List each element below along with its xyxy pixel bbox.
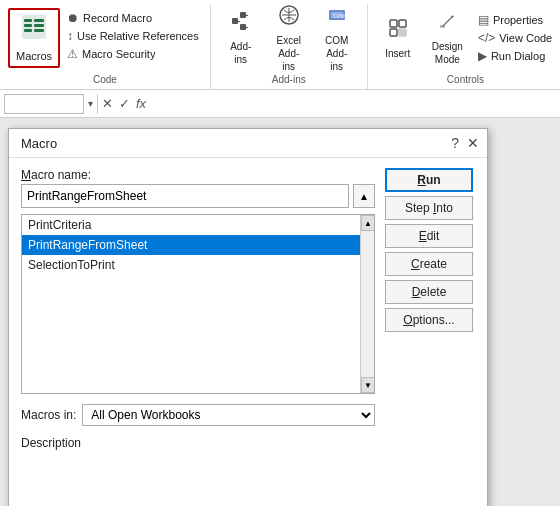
com-addins-icon: COM bbox=[326, 4, 348, 32]
svg-rect-17 bbox=[390, 20, 397, 27]
code-group-label: Code bbox=[93, 74, 117, 89]
scrollbar-up-arrow[interactable]: ▲ bbox=[361, 215, 375, 231]
macros-button[interactable]: Macros bbox=[8, 8, 60, 68]
dialog-body: Macro name: ▲ PrintCriteria PrintRangeFr… bbox=[9, 158, 487, 504]
chevron-icon[interactable]: ▾ bbox=[88, 98, 93, 109]
dialog-title-actions: ? ✕ bbox=[451, 135, 479, 151]
delete-button[interactable]: Delete bbox=[385, 280, 473, 304]
design-mode-icon bbox=[436, 10, 458, 38]
addins-group-label: Add-ins bbox=[272, 74, 306, 89]
relative-icon: ↕ bbox=[67, 29, 73, 43]
macros-label: Macros bbox=[16, 50, 52, 63]
svg-rect-11 bbox=[246, 15, 248, 16]
description-textarea[interactable] bbox=[21, 453, 375, 491]
svg-rect-19 bbox=[390, 29, 397, 36]
formula-bar: ▾ ✕ ✓ fx bbox=[0, 90, 560, 118]
svg-rect-9 bbox=[240, 24, 246, 30]
excel-addins-icon bbox=[278, 4, 300, 32]
svg-rect-21 bbox=[440, 25, 445, 28]
controls-group-label: Controls bbox=[447, 74, 484, 89]
formula-input[interactable] bbox=[150, 97, 556, 111]
run-dialog-btn[interactable]: ▶ Run Dialog bbox=[475, 48, 555, 64]
run-dialog-label: Run Dialog bbox=[491, 50, 545, 62]
main-area: Macro ? ✕ Macro name: ▲ bbox=[0, 118, 560, 506]
addins-btn[interactable]: Add-ins bbox=[219, 8, 263, 68]
design-mode-label: DesignMode bbox=[432, 40, 463, 66]
svg-rect-2 bbox=[24, 24, 32, 27]
properties-label: Properties bbox=[493, 14, 543, 26]
view-code-btn[interactable]: </> View Code bbox=[475, 30, 555, 46]
dialog-close-btn[interactable]: ✕ bbox=[467, 135, 479, 151]
ribbon-group-code: Macros ⏺ Record Macro ↕ Use Relative Ref… bbox=[0, 4, 211, 89]
svg-rect-7 bbox=[232, 18, 238, 24]
create-label: Create bbox=[411, 257, 447, 271]
macro-name-row: ▲ bbox=[21, 184, 375, 208]
ribbon: Macros ⏺ Record Macro ↕ Use Relative Ref… bbox=[0, 0, 560, 90]
step-into-button[interactable]: Step Into bbox=[385, 196, 473, 220]
record-macro-label: Record Macro bbox=[83, 12, 152, 24]
relative-references-btn[interactable]: ↕ Use Relative References bbox=[64, 28, 202, 44]
macro-name-label: Macro name: bbox=[21, 168, 375, 182]
create-button[interactable]: Create bbox=[385, 252, 473, 276]
properties-icon: ▤ bbox=[478, 13, 489, 27]
macro-security-btn[interactable]: ⚠ Macro Security bbox=[64, 46, 202, 62]
dialog-right: Run Step Into Edit Create Delete Options… bbox=[385, 168, 475, 494]
edit-button[interactable]: Edit bbox=[385, 224, 473, 248]
addins-icon bbox=[230, 10, 252, 38]
excel-addins-btn[interactable]: ExcelAdd-ins bbox=[267, 8, 311, 68]
svg-rect-3 bbox=[24, 29, 32, 32]
relative-references-label: Use Relative References bbox=[77, 30, 199, 42]
ribbon-group-addins: Add-ins ExcelAdd-ins bbox=[211, 4, 368, 89]
com-addins-label: COMAdd-ins bbox=[323, 34, 351, 73]
scrollbar-track[interactable] bbox=[361, 231, 374, 377]
view-code-icon: </> bbox=[478, 31, 495, 45]
macro-name-scroll-btn[interactable]: ▲ bbox=[353, 184, 375, 208]
macro-list-item-selected[interactable]: PrintRangeFromSheet bbox=[22, 235, 374, 255]
svg-rect-6 bbox=[34, 29, 44, 32]
formula-bar-btns: ✕ ✓ fx bbox=[102, 96, 146, 111]
description-label: Description bbox=[21, 436, 375, 450]
svg-rect-18 bbox=[399, 20, 406, 27]
svg-rect-4 bbox=[34, 19, 44, 22]
controls-small-btns: ▤ Properties </> View Code ▶ Run Dialog bbox=[475, 8, 555, 64]
scrollbar-down-arrow[interactable]: ▼ bbox=[361, 377, 375, 393]
name-box[interactable] bbox=[4, 94, 84, 114]
macro-dialog: Macro ? ✕ Macro name: ▲ bbox=[8, 128, 488, 506]
macro-name-label-text: Macro name: bbox=[21, 168, 91, 182]
options-button[interactable]: Options... bbox=[385, 308, 473, 332]
ribbon-group-controls: Insert DesignMode ▤ Proper bbox=[368, 4, 560, 89]
svg-rect-10 bbox=[238, 21, 240, 22]
macros-in-select[interactable]: All Open Workbooks This Workbook bbox=[82, 404, 375, 426]
record-macro-btn[interactable]: ⏺ Record Macro bbox=[64, 10, 202, 26]
macro-list[interactable]: PrintCriteria PrintRangeFromSheet Select… bbox=[21, 214, 375, 394]
macro-name-input[interactable] bbox=[21, 184, 349, 208]
svg-rect-1 bbox=[24, 19, 32, 22]
insert-btn[interactable]: Insert bbox=[376, 8, 420, 68]
formula-cancel-btn[interactable]: ✕ bbox=[102, 96, 113, 111]
macro-list-item[interactable]: PrintCriteria bbox=[22, 215, 374, 235]
macros-in-label: Macros in: bbox=[21, 408, 76, 422]
properties-btn[interactable]: ▤ Properties bbox=[475, 12, 555, 28]
macro-list-item[interactable]: SelectionToPrint bbox=[22, 255, 374, 275]
insert-icon bbox=[387, 17, 409, 45]
record-icon: ⏺ bbox=[67, 11, 79, 25]
run-button[interactable]: Run bbox=[385, 168, 473, 192]
dialog-titlebar: Macro ? ✕ bbox=[9, 129, 487, 158]
macro-list-scrollbar[interactable]: ▲ ▼ bbox=[360, 215, 374, 393]
run-dialog-icon: ▶ bbox=[478, 49, 487, 63]
svg-text:COM: COM bbox=[333, 13, 345, 19]
dialog-title: Macro bbox=[21, 136, 57, 151]
dialog-help-btn[interactable]: ? bbox=[451, 135, 459, 151]
com-addins-btn[interactable]: COM COMAdd-ins bbox=[315, 8, 359, 68]
security-icon: ⚠ bbox=[67, 47, 78, 61]
excel-addins-label: ExcelAdd-ins bbox=[275, 34, 303, 73]
svg-rect-20 bbox=[399, 29, 406, 36]
formula-confirm-btn[interactable]: ✓ bbox=[119, 96, 130, 111]
macro-name-field: Macro name: ▲ bbox=[21, 168, 375, 208]
addins-label: Add-ins bbox=[230, 40, 251, 66]
svg-rect-5 bbox=[34, 24, 44, 27]
design-mode-btn[interactable]: DesignMode bbox=[424, 8, 471, 68]
code-small-btns: ⏺ Record Macro ↕ Use Relative References… bbox=[64, 8, 202, 62]
svg-rect-12 bbox=[246, 27, 248, 28]
dialog-left: Macro name: ▲ PrintCriteria PrintRangeFr… bbox=[21, 168, 375, 494]
